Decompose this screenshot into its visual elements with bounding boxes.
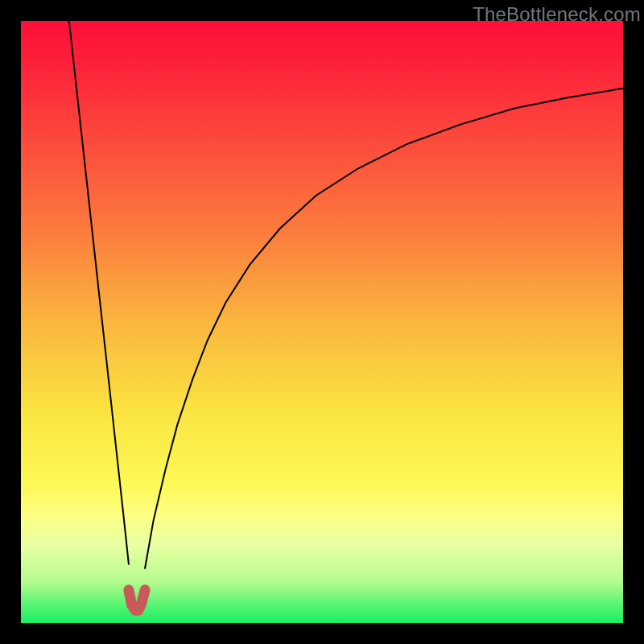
curve-overlay [21,21,623,623]
bottleneck-curve-left [69,21,129,564]
bottleneck-curve-right [145,89,623,568]
minimum-marker [129,590,145,610]
outer-frame: TheBottleneck.com [0,0,644,644]
watermark-label: TheBottleneck.com [473,3,641,26]
